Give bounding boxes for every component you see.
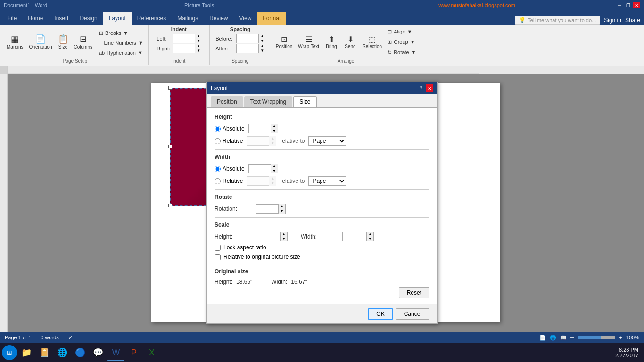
scale-width-down[interactable]: ▼	[367, 237, 373, 241]
width-relative-value[interactable]	[247, 177, 269, 185]
rotation-input[interactable]: 0° ▲▼	[256, 204, 286, 214]
height-abs-up[interactable]: ▲	[271, 124, 278, 129]
qq-taskbar-button[interactable]: 💬	[90, 344, 107, 361]
hyphenation-button[interactable]: ab Hyphenation ▼	[97, 48, 145, 58]
width-rel-down[interactable]: ▼	[269, 181, 276, 186]
indent-right-up[interactable]: ▲	[195, 44, 202, 49]
send-button[interactable]: ⬇ Send	[342, 28, 359, 56]
word-taskbar-button[interactable]: W	[107, 344, 124, 361]
spacing-after-down[interactable]: ▼	[259, 49, 265, 53]
height-rel-up[interactable]: ▲	[269, 136, 276, 141]
indent-left-value[interactable]: 0"	[173, 34, 195, 43]
width-absolute-value[interactable]: 4 cm	[249, 165, 271, 173]
indent-left-down[interactable]: ▼	[195, 39, 202, 43]
scale-height-up[interactable]: ▲	[281, 232, 287, 237]
excel-taskbar-button[interactable]: X	[143, 344, 160, 361]
tab-review[interactable]: Review	[204, 12, 233, 25]
position-button[interactable]: ⊡ Position	[274, 28, 295, 56]
height-absolute-value[interactable]: 6 cm	[249, 124, 271, 133]
ppt-taskbar-button[interactable]: P	[125, 344, 142, 361]
scale-width-up[interactable]: ▲	[367, 232, 373, 237]
zoom-slider[interactable]	[578, 336, 615, 339]
indent-right-value[interactable]: 0"	[173, 44, 195, 53]
indent-right-down[interactable]: ▼	[195, 49, 202, 53]
tab-layout[interactable]: Layout	[103, 12, 132, 25]
tab-format[interactable]: Format	[257, 12, 286, 25]
rotation-up[interactable]: ▲	[279, 204, 285, 209]
spacing-after-input[interactable]: 8 pt ▲▼	[236, 44, 264, 53]
lock-aspect-checkbox[interactable]	[215, 245, 221, 251]
width-abs-down[interactable]: ▼	[271, 169, 278, 173]
cancel-button[interactable]: Cancel	[396, 308, 429, 320]
width-relative-input[interactable]: ▲▼	[247, 176, 276, 186]
rotation-value[interactable]: 0°	[256, 205, 278, 213]
spacing-after-value[interactable]: 8 pt	[237, 44, 258, 53]
height-relative-input[interactable]: ▲▼	[247, 136, 276, 146]
sign-in-link[interactable]: Sign in	[604, 17, 621, 24]
indent-right-input[interactable]: 0" ▲▼	[173, 44, 201, 53]
width-relative-to-select[interactable]: Page Margin	[308, 176, 346, 186]
dialog-tab-text-wrapping[interactable]: Text Wrapping	[244, 96, 292, 107]
height-abs-down[interactable]: ▼	[271, 129, 278, 133]
spacing-before-up[interactable]: ▲	[259, 34, 265, 39]
spacing-before-input[interactable]: 0 pt ▲▼	[236, 34, 264, 43]
height-absolute-option[interactable]: Absolute	[215, 125, 245, 132]
height-relative-radio[interactable]	[215, 138, 221, 144]
rotate-button[interactable]: ↻ Rotate ▼	[386, 48, 418, 57]
tab-file[interactable]: File	[2, 12, 22, 25]
reset-button[interactable]: Reset	[399, 287, 429, 298]
close-button[interactable]: ✕	[633, 2, 640, 8]
dialog-close-button[interactable]: ✕	[426, 84, 433, 92]
scale-width-input[interactable]: 47 % ▲▼	[342, 232, 374, 241]
dialog-tab-size[interactable]: Size	[293, 96, 316, 107]
rotation-down[interactable]: ▼	[279, 209, 285, 214]
scale-width-value[interactable]: 47 %	[343, 232, 366, 241]
size-button[interactable]: 📋 Size	[56, 27, 70, 56]
chrome-taskbar-button[interactable]: 🔵	[72, 344, 89, 361]
spacing-after-up[interactable]: ▲	[259, 44, 265, 49]
tab-mailings[interactable]: Mailings	[172, 12, 204, 25]
indent-left-input[interactable]: 0" ▲▼	[173, 34, 201, 43]
selection-button[interactable]: ⬚ Selection	[361, 28, 384, 56]
width-absolute-option[interactable]: Absolute	[215, 165, 245, 172]
zoom-out-button[interactable]: ─	[570, 335, 574, 340]
height-relative-value[interactable]	[247, 137, 269, 145]
align-button[interactable]: ⊟ Align ▼	[386, 27, 418, 36]
margins-button[interactable]: ▦ Margins	[5, 27, 25, 56]
wrap-text-button[interactable]: ☰ Wrap Text	[296, 28, 321, 56]
relative-original-row[interactable]: Relative to original picture size	[215, 254, 429, 260]
dialog-tab-position[interactable]: Position	[211, 96, 243, 107]
bring-button[interactable]: ⬆ Bring	[323, 28, 340, 56]
scale-height-value[interactable]: 161 %	[256, 232, 280, 241]
tab-references[interactable]: References	[132, 12, 172, 25]
tab-design[interactable]: Design	[74, 12, 103, 25]
view-print-icon[interactable]: 📄	[539, 335, 546, 341]
ie-taskbar-button[interactable]: 🌐	[54, 344, 71, 361]
line-numbers-button[interactable]: ≡ Line Numbers ▼	[97, 38, 145, 48]
tab-insert[interactable]: Insert	[49, 12, 74, 25]
onenote-taskbar-button[interactable]: 📔	[36, 344, 53, 361]
tell-me-box[interactable]: 💡 Tell me what you want to do...	[515, 16, 600, 25]
zoom-in-button[interactable]: +	[619, 335, 622, 340]
width-relative-radio[interactable]	[215, 178, 221, 184]
height-relative-option[interactable]: Relative	[215, 138, 243, 144]
start-button[interactable]: ⊞	[2, 345, 17, 360]
scale-height-input[interactable]: 161 % ▲▼	[256, 232, 288, 241]
indent-left-up[interactable]: ▲	[195, 34, 202, 39]
view-web-icon[interactable]: 🌐	[550, 335, 556, 341]
width-relative-option[interactable]: Relative	[215, 178, 243, 184]
scale-height-down[interactable]: ▼	[281, 237, 287, 241]
group-btn[interactable]: ⊞ Group ▼	[386, 37, 418, 47]
minimize-button[interactable]: ─	[616, 2, 623, 8]
spacing-before-down[interactable]: ▼	[259, 39, 265, 43]
share-button[interactable]: Share	[625, 17, 640, 24]
width-abs-up[interactable]: ▲	[271, 164, 278, 169]
columns-button[interactable]: ⊟ Columns	[72, 27, 94, 56]
relative-original-checkbox[interactable]	[215, 254, 221, 260]
breaks-button[interactable]: ⊞ Breaks ▼	[97, 28, 145, 38]
spacing-before-value[interactable]: 0 pt	[237, 34, 258, 43]
view-read-icon[interactable]: 📖	[560, 335, 567, 341]
tab-view[interactable]: View	[234, 12, 257, 25]
restore-button[interactable]: ❐	[624, 2, 632, 8]
tab-home[interactable]: Home	[22, 12, 49, 25]
